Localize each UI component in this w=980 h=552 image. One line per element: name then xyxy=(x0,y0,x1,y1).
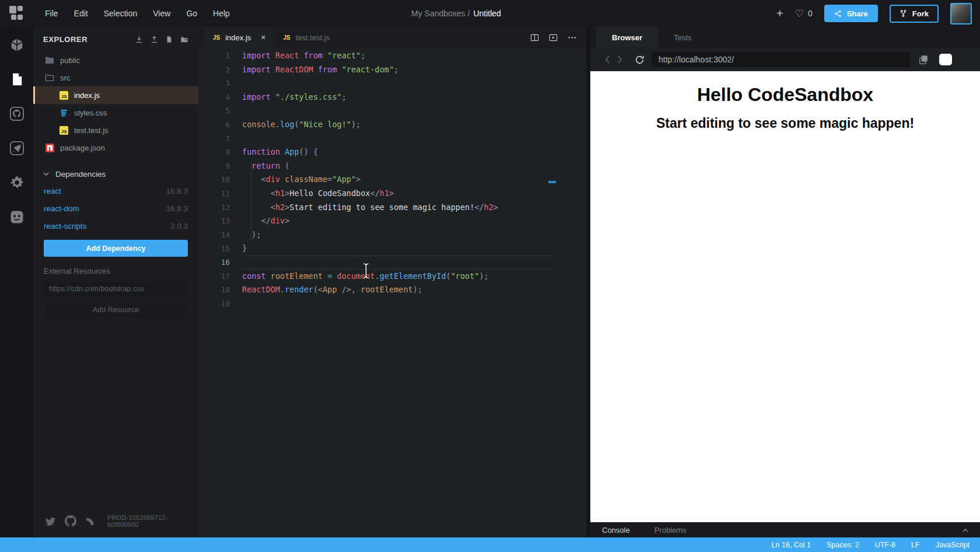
refresh-icon[interactable] xyxy=(635,55,645,65)
code-line[interactable]: 18ReactDOM.render(<App />, rootElement); xyxy=(198,283,586,297)
resource-url-input[interactable] xyxy=(44,281,188,296)
file-explorer-icon[interactable] xyxy=(10,72,24,86)
code-line[interactable]: 11 <h1>Hello CodeSandbox</h1> xyxy=(198,187,586,201)
status-language[interactable]: JavaScript xyxy=(936,541,970,549)
code-line[interactable]: 19 xyxy=(198,297,586,311)
preview-toggle-icon[interactable] xyxy=(549,33,558,42)
code-line[interactable]: 4import "./styles.css"; xyxy=(198,90,586,104)
preview-subheading: Start editing to see some magic happen! xyxy=(656,116,914,131)
code-token: < xyxy=(271,202,275,212)
status-cursor-position[interactable]: Ln 16, Col 1 xyxy=(772,541,811,549)
line-content: ReactDOM.render(<App />, rootElement); xyxy=(242,283,555,297)
dependencies-header[interactable]: Dependencies xyxy=(33,166,198,182)
code-editor[interactable]: 1import React from "react";2import React… xyxy=(198,48,586,537)
menu-file[interactable]: File xyxy=(45,9,58,18)
file-item-package.json[interactable]: package.json xyxy=(33,139,198,156)
explorer-header: EXPLORER xyxy=(33,27,198,51)
tab-problems[interactable]: Problems xyxy=(654,526,687,534)
breadcrumb-current[interactable]: Untitled xyxy=(473,9,501,18)
tab-browser[interactable]: Browser xyxy=(596,27,658,48)
line-content: <h1>Hello CodeSandbox</h1> xyxy=(242,187,555,201)
open-in-new-window-icon[interactable] xyxy=(918,54,929,65)
new-folder-icon[interactable] xyxy=(180,36,188,43)
sandbox-cube-icon[interactable] xyxy=(10,38,24,52)
user-avatar[interactable] xyxy=(950,3,972,25)
code-token: ( xyxy=(294,120,299,129)
chevron-up-icon[interactable] xyxy=(963,529,968,532)
code-line[interactable]: 10 <div className="App"> xyxy=(198,173,586,187)
code-line[interactable]: 2import ReactDOM from "react-dom"; xyxy=(198,63,586,77)
code-line[interactable]: 5 xyxy=(198,104,586,118)
code-line[interactable]: 15} xyxy=(198,242,586,256)
dependency-name: react-scripts xyxy=(44,222,87,230)
spectrum-icon[interactable] xyxy=(85,516,96,526)
menu-selection[interactable]: Selection xyxy=(104,9,138,18)
code-token: . xyxy=(375,271,380,281)
dependency-row[interactable]: react-dom16.8.3 xyxy=(33,200,198,217)
code-line[interactable]: 6console.log("Nice log!"); xyxy=(198,118,586,132)
code-line[interactable]: 8function App() { xyxy=(198,145,586,159)
codesandbox-logo-button[interactable] xyxy=(0,0,33,27)
code-line[interactable]: 1import React from "react"; xyxy=(198,49,586,63)
responsive-mode-toggle[interactable] xyxy=(939,54,952,65)
line-content: ); xyxy=(242,228,555,242)
menu-view[interactable]: View xyxy=(153,9,170,18)
new-sandbox-button[interactable]: + xyxy=(776,8,783,19)
file-item-public[interactable]: public xyxy=(33,51,198,69)
deployment-rocket-icon[interactable] xyxy=(10,141,24,155)
add-dependency-button[interactable]: Add Dependency xyxy=(44,240,188,257)
code-line[interactable]: 7 xyxy=(198,132,586,146)
line-number: 19 xyxy=(198,297,242,311)
share-button[interactable]: Share xyxy=(824,5,878,22)
split-view-icon[interactable] xyxy=(530,33,539,42)
like-button[interactable]: ♡ 0 xyxy=(795,8,813,20)
dependency-row[interactable]: react16.8.3 xyxy=(33,182,198,200)
code-token: from xyxy=(318,65,342,74)
code-token: </ xyxy=(261,216,271,225)
breadcrumb-prefix[interactable]: My Sandboxes / xyxy=(411,9,470,18)
share-label: Share xyxy=(847,9,868,18)
menu-go[interactable]: Go xyxy=(186,9,197,18)
dependency-row[interactable]: react-scripts2.0.3 xyxy=(33,217,198,235)
code-line[interactable]: 13 </div> xyxy=(198,214,586,228)
status-eol[interactable]: LF xyxy=(911,541,920,549)
community-icon[interactable] xyxy=(10,210,24,224)
github-footer-icon[interactable] xyxy=(65,515,76,527)
code-line[interactable]: 17const rootElement = document.getElemen… xyxy=(198,270,586,284)
settings-gear-icon[interactable] xyxy=(10,176,24,190)
back-icon[interactable] xyxy=(604,55,617,64)
file-item-index.js[interactable]: JSindex.js xyxy=(33,86,198,104)
status-encoding[interactable]: UTF-8 xyxy=(875,541,895,549)
more-options-icon[interactable] xyxy=(568,36,577,39)
code-token: />, xyxy=(342,285,361,294)
menu-help[interactable]: Help xyxy=(213,9,230,18)
tab-index.js[interactable]: JSindex.js× xyxy=(204,27,275,48)
close-icon[interactable]: × xyxy=(261,33,265,42)
tab-tests[interactable]: Tests xyxy=(658,27,707,48)
download-icon[interactable] xyxy=(135,36,143,43)
menu-edit[interactable]: Edit xyxy=(74,9,88,18)
file-item-src[interactable]: src xyxy=(33,69,198,86)
new-file-icon[interactable] xyxy=(166,36,173,43)
code-line[interactable]: 12 <h2>Start editing to see some magic h… xyxy=(198,201,586,215)
upload-icon[interactable] xyxy=(150,36,158,43)
url-input[interactable] xyxy=(652,52,910,67)
file-item-test.test.js[interactable]: JStest.test.js xyxy=(33,121,198,139)
status-indentation[interactable]: Spaces: 2 xyxy=(827,541,859,549)
tab-test.test.js[interactable]: JStest.test.js xyxy=(275,27,339,48)
add-resource-button[interactable]: Add Resource xyxy=(44,302,188,317)
code-token: h1 xyxy=(380,188,389,198)
code-line[interactable]: 14 ); xyxy=(198,228,586,242)
code-line[interactable]: 3 xyxy=(198,76,586,90)
code-line[interactable]: 9 return ( xyxy=(198,159,586,173)
file-item-styles.css[interactable]: styles.css xyxy=(33,104,198,121)
fork-button[interactable]: Fork xyxy=(890,5,939,23)
code-token: "react" xyxy=(327,51,360,60)
scrollbar-marker[interactable] xyxy=(548,181,556,183)
twitter-icon[interactable] xyxy=(45,516,56,527)
code-token: } xyxy=(242,243,247,253)
code-line[interactable]: 16 xyxy=(198,256,586,270)
forward-icon[interactable] xyxy=(617,55,630,64)
github-icon[interactable] xyxy=(10,107,24,121)
tab-console[interactable]: Console xyxy=(602,526,630,534)
